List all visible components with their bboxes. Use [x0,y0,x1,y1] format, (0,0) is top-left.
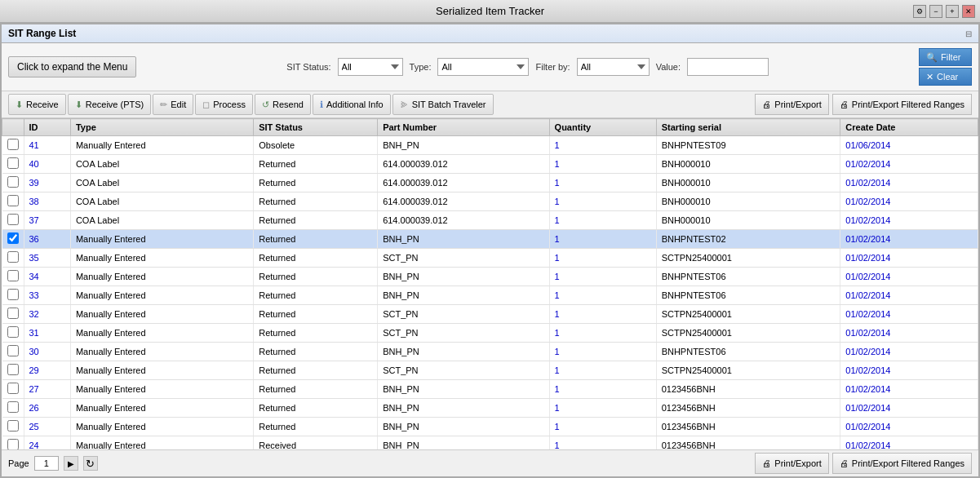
settings-button[interactable]: ⚙ [913,5,926,18]
additional-info-button[interactable]: ℹ Additional Info [313,94,391,115]
table-scroll[interactable]: ID Type SIT Status Part Number Quantity … [2,118,978,449]
table-row[interactable]: 25 Manually Entered Returned BNH_PN 1 01… [2,418,978,436]
table-row[interactable]: 37 COA Label Returned 614.000039.012 1 B… [2,211,978,230]
row-checkbox-cell[interactable] [2,305,24,324]
row-quantity[interactable]: 1 [549,286,656,305]
row-quantity[interactable]: 1 [549,361,656,380]
row-checkbox-cell[interactable] [2,174,24,193]
row-checkbox-cell[interactable] [2,136,24,155]
row-quantity[interactable]: 1 [549,418,656,436]
table-row[interactable]: 32 Manually Entered Returned SCT_PN 1 SC… [2,305,978,324]
row-checkbox[interactable] [7,289,19,300]
row-checkbox-cell[interactable] [2,361,24,380]
row-checkbox-cell[interactable] [2,155,24,174]
table-row[interactable]: 35 Manually Entered Returned SCT_PN 1 SC… [2,249,978,268]
row-quantity[interactable]: 1 [549,249,656,268]
row-quantity[interactable]: 1 [549,174,656,193]
row-checkbox-cell[interactable] [2,268,24,286]
table-row[interactable]: 24 Manually Entered Received BNH_PN 1 01… [2,436,978,450]
filterby-select[interactable]: AllIDTypeSIT StatusPart Number [577,58,650,76]
page-input[interactable] [34,456,59,471]
row-checkbox[interactable] [7,326,19,338]
row-id[interactable]: 38 [24,193,70,211]
row-checkbox[interactable] [7,308,19,319]
table-row[interactable]: 36 Manually Entered Returned BNH_PN 1 BN… [2,230,978,249]
row-quantity[interactable]: 1 [549,343,656,361]
row-quantity[interactable]: 1 [549,136,656,155]
row-id[interactable]: 34 [24,268,70,286]
row-create-date[interactable]: 01/02/2014 [840,268,978,286]
row-create-date[interactable]: 01/02/2014 [840,230,978,249]
receive-button[interactable]: ⬇ Receive [8,94,66,115]
sit-batch-button[interactable]: ⫸ SIT Batch Traveler [392,94,494,115]
table-row[interactable]: 29 Manually Entered Returned SCT_PN 1 SC… [2,361,978,380]
receive-pts-button[interactable]: ⬇ Receive (PTS) [68,94,152,115]
page-next-button[interactable]: ▶ [64,456,78,471]
print-export-filtered-button[interactable]: 🖨 Print/Export Filtered Ranges [832,94,972,115]
row-create-date[interactable]: 01/02/2014 [840,343,978,361]
print-export-button[interactable]: 🖨 Print/Export [755,94,828,115]
expand-menu-button[interactable]: Click to expand the Menu [8,56,136,77]
row-create-date[interactable]: 01/02/2014 [840,249,978,268]
table-row[interactable]: 31 Manually Entered Returned SCT_PN 1 SC… [2,324,978,343]
row-checkbox-cell[interactable] [2,249,24,268]
row-create-date[interactable]: 01/06/2014 [840,136,978,155]
table-row[interactable]: 33 Manually Entered Returned BNH_PN 1 BN… [2,286,978,305]
row-id[interactable]: 26 [24,399,70,418]
row-checkbox[interactable] [7,251,19,263]
row-create-date[interactable]: 01/02/2014 [840,418,978,436]
table-row[interactable]: 30 Manually Entered Returned BNH_PN 1 BN… [2,343,978,361]
row-checkbox[interactable] [7,195,19,206]
row-quantity[interactable]: 1 [549,305,656,324]
row-create-date[interactable]: 01/02/2014 [840,305,978,324]
table-row[interactable]: 27 Manually Entered Returned BNH_PN 1 01… [2,380,978,399]
row-checkbox-cell[interactable] [2,286,24,305]
row-checkbox-cell[interactable] [2,343,24,361]
row-id[interactable]: 36 [24,230,70,249]
edit-button[interactable]: ✏ Edit [153,94,193,115]
row-checkbox[interactable] [7,176,19,188]
row-id[interactable]: 32 [24,305,70,324]
close-button[interactable]: ✕ [962,5,975,18]
row-id[interactable]: 40 [24,155,70,174]
row-create-date[interactable]: 01/02/2014 [840,286,978,305]
row-checkbox[interactable] [7,383,19,394]
row-id[interactable]: 35 [24,249,70,268]
row-checkbox[interactable] [7,139,19,150]
row-checkbox-cell[interactable] [2,380,24,399]
row-create-date[interactable]: 01/02/2014 [840,324,978,343]
row-quantity[interactable]: 1 [549,268,656,286]
value-input[interactable] [687,58,769,76]
clear-button[interactable]: ✕ Clear [919,68,972,86]
table-row[interactable]: 41 Manually Entered Obsolete BNH_PN 1 BN… [2,136,978,155]
row-checkbox-cell[interactable] [2,436,24,450]
row-checkbox-cell[interactable] [2,324,24,343]
panel-collapse-icon[interactable]: ⊟ [965,29,972,38]
process-button[interactable]: ◻ Process [195,94,253,115]
row-checkbox[interactable] [7,420,19,432]
row-id[interactable]: 27 [24,380,70,399]
minimize-button[interactable]: − [929,5,942,18]
maximize-button[interactable]: + [946,5,959,18]
row-checkbox-cell[interactable] [2,418,24,436]
row-checkbox[interactable] [7,345,19,356]
row-quantity[interactable]: 1 [549,155,656,174]
row-quantity[interactable]: 1 [549,211,656,230]
table-row[interactable]: 39 COA Label Returned 614.000039.012 1 B… [2,174,978,193]
row-id[interactable]: 41 [24,136,70,155]
row-checkbox-cell[interactable] [2,230,24,249]
row-checkbox[interactable] [7,439,19,449]
table-row[interactable]: 26 Manually Entered Returned BNH_PN 1 01… [2,399,978,418]
refresh-button[interactable]: ↻ [83,456,98,471]
table-row[interactable]: 38 COA Label Returned 614.000039.012 1 B… [2,193,978,211]
row-create-date[interactable]: 01/02/2014 [840,211,978,230]
row-quantity[interactable]: 1 [549,399,656,418]
table-row[interactable]: 40 COA Label Returned 614.000039.012 1 B… [2,155,978,174]
row-checkbox[interactable] [7,270,19,281]
row-checkbox-cell[interactable] [2,193,24,211]
footer-print-filtered-button[interactable]: 🖨 Print/Export Filtered Ranges [832,453,972,474]
row-create-date[interactable]: 01/02/2014 [840,380,978,399]
row-checkbox-cell[interactable] [2,399,24,418]
row-quantity[interactable]: 1 [549,324,656,343]
row-quantity[interactable]: 1 [549,230,656,249]
